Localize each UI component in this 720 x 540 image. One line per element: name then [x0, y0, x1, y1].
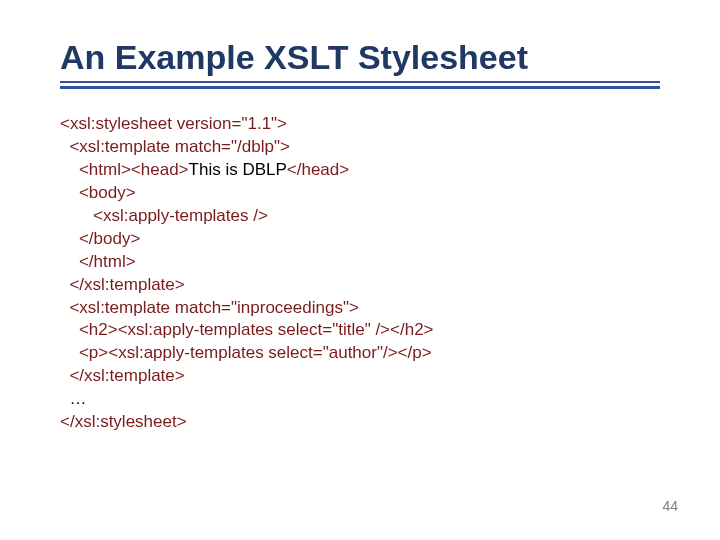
- code-line: <body>: [60, 183, 136, 202]
- code-line: </xsl:template>: [60, 275, 185, 294]
- code-line: <h2><xsl:apply-templates select="title" …: [60, 320, 434, 339]
- code-line: <xsl:stylesheet version="1.1">: [60, 114, 287, 133]
- code-line: <html><head>: [60, 160, 189, 179]
- code-line: </body>: [60, 229, 140, 248]
- code-line: <xsl:apply-templates />: [60, 206, 268, 225]
- title-underline: [60, 81, 660, 89]
- code-line: <xsl:template match="/dblp">: [60, 137, 290, 156]
- code-line: </xsl:stylesheet>: [60, 412, 187, 431]
- code-line: </head>: [287, 160, 349, 179]
- code-line: <xsl:template match="inproceedings">: [60, 298, 359, 317]
- code-line: …: [60, 389, 86, 408]
- page-number: 44: [662, 498, 678, 514]
- code-line: </html>: [60, 252, 136, 271]
- code-block: <xsl:stylesheet version="1.1"> <xsl:temp…: [60, 113, 660, 434]
- slide: An Example XSLT Stylesheet <xsl:styleshe…: [0, 0, 720, 540]
- code-text: This is DBLP: [189, 160, 287, 179]
- slide-title: An Example XSLT Stylesheet: [60, 38, 660, 77]
- code-line: <p><xsl:apply-templates select="author"/…: [60, 343, 432, 362]
- code-line: </xsl:template>: [60, 366, 185, 385]
